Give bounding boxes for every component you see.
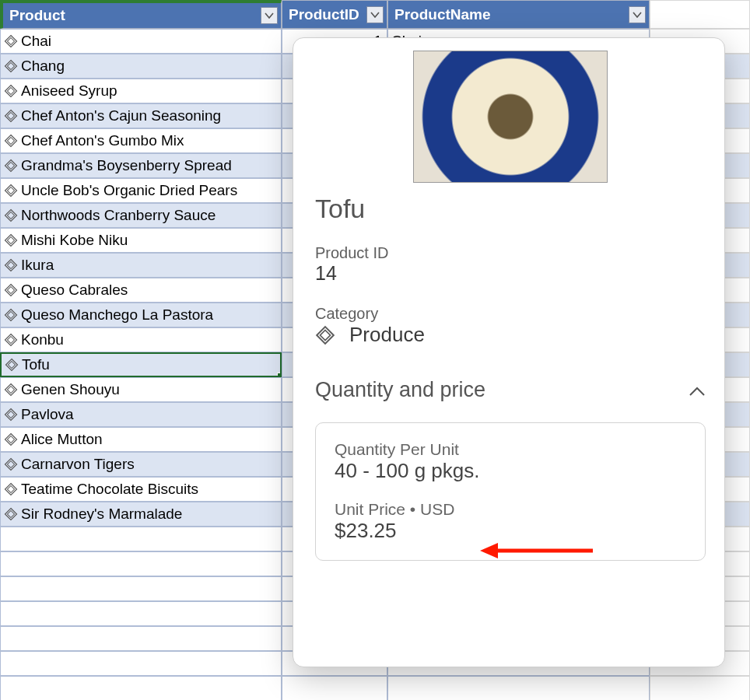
cell-product[interactable]	[0, 676, 282, 700]
filter-dropdown-icon[interactable]	[629, 6, 646, 23]
datatype-icon	[4, 134, 18, 148]
cell-product[interactable]	[0, 601, 282, 626]
product-name: Ikura	[21, 257, 54, 274]
filter-dropdown-icon[interactable]	[366, 6, 384, 23]
datatype-icon	[4, 184, 18, 198]
cell-product[interactable]: Alice Mutton	[0, 427, 282, 452]
datatype-icon	[4, 507, 18, 521]
product-name: Queso Manchego La Pastora	[21, 306, 213, 324]
cell-productname[interactable]	[387, 676, 650, 700]
cell-product[interactable]: Genen Shouyu	[0, 377, 282, 402]
qpu-value: 40 - 100 g pkgs.	[335, 459, 686, 483]
cell-product[interactable]: Teatime Chocolate Biscuits	[0, 477, 282, 502]
cell-product[interactable]	[0, 527, 282, 551]
datatype-icon	[4, 208, 18, 222]
table-header-row: Product ProductID ProductName	[0, 0, 750, 29]
cell-product[interactable]: Chef Anton's Gumbo Mix	[0, 128, 282, 153]
cell-product[interactable]: Ikura	[0, 253, 282, 278]
cell-product[interactable]: Pavlova	[0, 402, 282, 427]
category-value: Produce	[349, 323, 425, 347]
qpu-label: Quantity Per Unit	[335, 440, 686, 459]
datatype-icon	[4, 159, 18, 173]
product-name: Mishi Kobe Niku	[21, 232, 128, 249]
cell-product[interactable]	[0, 551, 282, 576]
filter-dropdown-icon[interactable]	[261, 7, 278, 24]
datatype-icon	[4, 59, 18, 73]
product-name: Teatime Chocolate Biscuits	[21, 481, 198, 498]
card-title: Tofu	[315, 194, 706, 224]
chevron-up-icon[interactable]	[689, 378, 706, 402]
datatype-icon	[4, 34, 18, 48]
datatype-icon	[4, 233, 18, 247]
selection-fill-handle[interactable]	[277, 373, 282, 377]
cell-product[interactable]: Grandma's Boysenberry Spread	[0, 153, 282, 178]
datatype-icon	[4, 258, 18, 272]
datatype-icon	[4, 333, 18, 347]
cell-blank[interactable]	[650, 676, 750, 700]
product-name: Northwoods Cranberry Sauce	[21, 207, 216, 224]
section-title: Quantity and price	[315, 378, 485, 402]
product-name: Carnarvon Tigers	[21, 456, 135, 473]
header-product-label: Product	[9, 7, 65, 24]
header-productid-label: ProductID	[289, 6, 359, 23]
header-blank	[650, 0, 750, 29]
cell-product[interactable]: Uncle Bob's Organic Dried Pears	[0, 178, 282, 203]
cell-product[interactable]: Queso Manchego La Pastora	[0, 303, 282, 327]
cell-product[interactable]: Aniseed Syrup	[0, 79, 282, 103]
cell-product[interactable]: Queso Cabrales	[0, 278, 282, 303]
cell-product[interactable]	[0, 651, 282, 676]
product-name: Chang	[21, 58, 65, 75]
product-name: Grandma's Boysenberry Spread	[21, 157, 232, 174]
cell-product[interactable]: Northwoods Cranberry Sauce	[0, 203, 282, 228]
datatype-icon	[4, 432, 18, 446]
cell-product[interactable]: Sir Rodney's Marmalade	[0, 502, 282, 527]
product-name: Pavlova	[21, 406, 74, 423]
header-productname-label: ProductName	[394, 6, 491, 23]
header-product[interactable]: Product	[0, 0, 282, 29]
datatype-icon	[4, 408, 18, 422]
product-name: Chef Anton's Gumbo Mix	[21, 132, 184, 149]
datatype-icon	[4, 482, 18, 496]
product-id-value: 14	[315, 262, 706, 285]
product-name: Aniseed Syrup	[21, 82, 117, 100]
header-productid[interactable]: ProductID	[282, 0, 387, 29]
data-type-card[interactable]: Tofu Product ID 14 Category Produce Quan…	[293, 37, 725, 667]
cell-product[interactable]: Chef Anton's Cajun Seasoning	[0, 103, 282, 128]
product-id-label: Product ID	[315, 244, 706, 262]
table-row[interactable]	[0, 676, 750, 700]
unit-price-label: Unit Price • USD	[335, 500, 686, 519]
product-name: Konbu	[21, 331, 64, 348]
cell-product[interactable]	[0, 576, 282, 601]
unit-price-value: $23.25	[335, 519, 686, 543]
datatype-icon	[4, 84, 18, 98]
cell-product[interactable]: Konbu	[0, 327, 282, 352]
product-name: Tofu	[22, 356, 50, 373]
datatype-icon	[4, 308, 18, 322]
product-name: Alice Mutton	[21, 431, 103, 448]
product-name: Sir Rodney's Marmalade	[21, 506, 182, 523]
cell-productid[interactable]	[282, 676, 387, 700]
header-productname[interactable]: ProductName	[387, 0, 650, 29]
category-label: Category	[315, 305, 706, 323]
cell-product[interactable]	[0, 626, 282, 651]
product-name: Queso Cabrales	[21, 282, 128, 299]
product-name: Uncle Bob's Organic Dried Pears	[21, 182, 237, 199]
cell-product[interactable]: Carnarvon Tigers	[0, 452, 282, 477]
datatype-icon	[315, 325, 335, 345]
cell-product[interactable]: Mishi Kobe Niku	[0, 228, 282, 253]
category-row[interactable]: Produce	[315, 323, 706, 347]
cell-product[interactable]: Tofu	[0, 352, 282, 377]
section-quantity-price[interactable]: Quantity and price	[315, 378, 706, 402]
product-name: Chai	[21, 33, 51, 50]
product-name: Chef Anton's Cajun Seasoning	[21, 107, 221, 124]
datatype-icon	[5, 358, 19, 372]
cell-product[interactable]: Chang	[0, 54, 282, 79]
product-name: Genen Shouyu	[21, 381, 120, 398]
datatype-icon	[4, 109, 18, 123]
datatype-icon	[4, 457, 18, 471]
datatype-icon	[4, 383, 18, 397]
datatype-icon	[4, 283, 18, 297]
section-box: Quantity Per Unit 40 - 100 g pkgs. Unit …	[315, 422, 706, 561]
cell-product[interactable]: Chai	[0, 29, 282, 54]
card-image	[413, 51, 608, 183]
